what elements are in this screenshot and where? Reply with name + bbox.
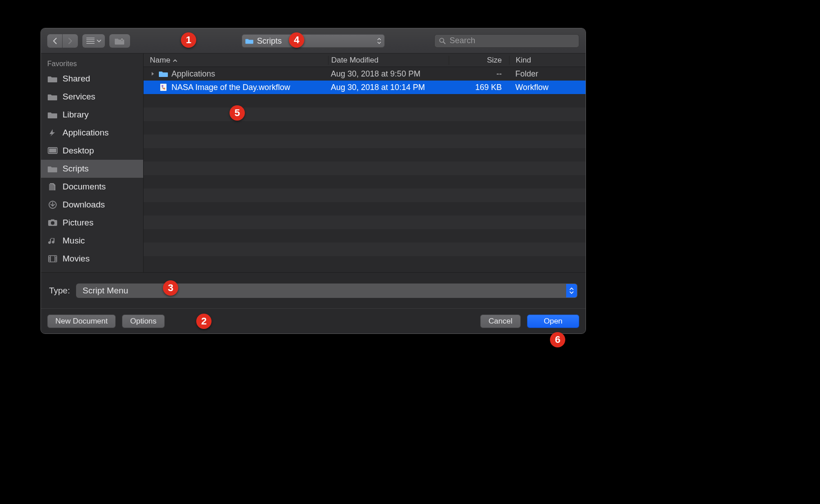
file-row-empty [144, 256, 586, 270]
sidebar-item-scripts[interactable]: Scripts [41, 160, 143, 178]
file-row-empty [144, 229, 586, 243]
file-list: Name Date Modified Size Kind Application… [144, 54, 586, 272]
folder-icon [47, 164, 58, 173]
new-folder-button[interactable] [109, 34, 130, 48]
svg-point-10 [51, 221, 54, 225]
sidebar-item-downloads[interactable]: Downloads [41, 196, 143, 214]
folder-icon [47, 92, 58, 101]
movies-icon [47, 254, 58, 263]
location-label: Scripts [257, 36, 282, 46]
toolbar: Scripts [41, 28, 586, 54]
cancel-button[interactable]: Cancel [480, 315, 521, 328]
sidebar-item-label: Documents [63, 182, 106, 192]
svg-rect-21 [160, 84, 167, 91]
file-kind: Workflow [509, 83, 586, 92]
file-kind: Folder [509, 69, 586, 79]
file-row[interactable]: ApplicationsAug 30, 2018 at 9:50 PM--Fol… [144, 67, 586, 81]
sidebar-item-shared[interactable]: Shared [41, 70, 143, 88]
file-date: Aug 30, 2018 at 9:50 PM [328, 69, 449, 79]
new-folder-segment [109, 34, 130, 48]
file-row-empty [144, 148, 586, 162]
sidebar-item-pictures[interactable]: Pictures [41, 214, 143, 232]
sidebar-item-movies[interactable]: Movies [41, 250, 143, 268]
annotation-badge-4: 4 [289, 32, 304, 48]
chevron-right-icon [68, 37, 73, 45]
open-dialog: Scripts Favorites SharedServicesLibraryA… [41, 28, 586, 334]
sidebar-item-label: Services [63, 92, 95, 102]
file-row-empty [144, 94, 586, 108]
apps-icon [47, 128, 58, 137]
file-row-empty [144, 243, 586, 256]
search-field[interactable] [434, 34, 579, 48]
view-segment [82, 34, 105, 48]
folder-icon [47, 74, 58, 83]
col-header-date[interactable]: Date Modified [328, 56, 449, 65]
open-button[interactable]: Open [527, 315, 579, 328]
sidebar-item-label: Music [63, 236, 85, 246]
view-mode-button[interactable] [82, 34, 105, 48]
footer: New Document Options Cancel Open [41, 308, 586, 333]
sidebar-item-label: Movies [63, 254, 90, 264]
pictures-icon [47, 218, 58, 227]
file-row[interactable]: NASA Image of the Day.workflowAug 30, 20… [144, 81, 586, 94]
col-header-size[interactable]: Size [449, 56, 509, 65]
sidebar-item-library[interactable]: Library [41, 106, 143, 124]
sidebar-item-music[interactable]: Music [41, 232, 143, 250]
disclosure-triangle-icon[interactable] [150, 72, 155, 76]
options-button[interactable]: Options [122, 315, 165, 328]
file-row-empty [144, 108, 586, 121]
type-label: Type: [49, 286, 70, 296]
new-document-button[interactable]: New Document [47, 315, 116, 328]
sidebar-item-label: Scripts [63, 164, 89, 174]
documents-icon [47, 182, 58, 191]
annotation-badge-1: 1 [181, 32, 196, 48]
workflow-icon [159, 84, 168, 91]
sidebar-item-label: Desktop [63, 146, 94, 156]
file-row-empty [144, 175, 586, 189]
col-header-name[interactable]: Name [144, 56, 328, 65]
file-size: -- [449, 69, 509, 79]
sidebar-item-label: Library [63, 110, 89, 120]
updown-chevrons-icon [566, 284, 577, 297]
nav-segment [47, 34, 78, 48]
sidebar-item-label: Pictures [63, 218, 94, 228]
sidebar-item-desktop[interactable]: Desktop [41, 142, 143, 160]
sidebar-item-documents[interactable]: Documents [41, 178, 143, 196]
sort-ascending-icon [173, 56, 182, 65]
sidebar-item-label: Downloads [63, 200, 105, 210]
file-row-empty [144, 216, 586, 229]
sidebar-item-services[interactable]: Services [41, 88, 143, 106]
file-row-empty [144, 189, 586, 202]
type-select[interactable]: Script Menu [76, 284, 577, 298]
updown-chevrons-icon [377, 38, 381, 44]
location-select[interactable]: Scripts [242, 34, 385, 48]
main-area: Favorites SharedServicesLibraryApplicati… [41, 54, 586, 272]
new-folder-icon [114, 37, 125, 45]
folder-icon [159, 70, 168, 77]
back-button[interactable] [47, 34, 63, 48]
folder-icon [47, 110, 58, 119]
file-size: 169 KB [449, 83, 509, 92]
sidebar-item-label: Shared [63, 74, 90, 84]
svg-line-5 [443, 42, 445, 44]
svg-rect-3 [121, 39, 124, 39]
col-header-kind[interactable]: Kind [509, 56, 586, 65]
file-date: Aug 30, 2018 at 10:14 PM [328, 83, 449, 92]
chevron-left-icon [52, 37, 58, 45]
downloads-icon [47, 200, 58, 209]
search-input[interactable] [450, 36, 575, 45]
list-view-icon [86, 38, 95, 44]
file-header: Name Date Modified Size Kind [144, 54, 586, 67]
sidebar-header: Favorites [41, 57, 143, 70]
forward-button[interactable] [63, 34, 78, 48]
svg-rect-11 [51, 220, 54, 221]
folder-icon [245, 38, 253, 44]
file-row-empty [144, 135, 586, 148]
annotation-badge-3: 3 [163, 280, 178, 296]
type-value: Script Menu [82, 286, 128, 296]
sidebar-item-applications[interactable]: Applications [41, 124, 143, 142]
file-row-empty [144, 202, 586, 216]
annotation-badge-2: 2 [196, 314, 212, 329]
annotation-badge-6: 6 [550, 332, 565, 347]
sidebar: Favorites SharedServicesLibraryApplicati… [41, 54, 144, 272]
